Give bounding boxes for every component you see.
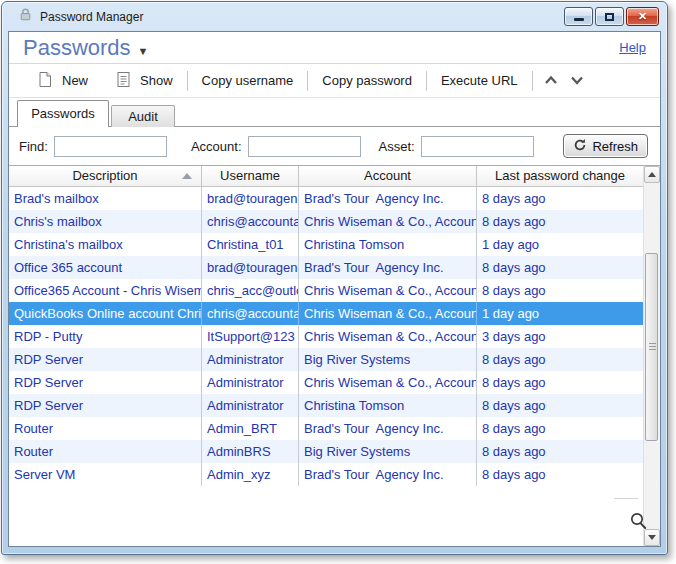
cell-description: Server VM (9, 463, 202, 486)
toolbar: New Show Copy username Copy password (9, 64, 660, 98)
table-row[interactable]: RDP - Putty ItSupport@123 Chris Wiseman … (9, 325, 643, 348)
execute-url-button[interactable]: Execute URL (427, 68, 532, 94)
caret-down-icon[interactable]: ▼ (138, 45, 149, 57)
account-input[interactable] (248, 136, 361, 157)
cell-description: RDP Server (9, 348, 202, 371)
cell-last-password-change: 8 days ago (477, 417, 643, 440)
scroll-up-arrow-icon (648, 172, 656, 177)
scrollbar-thumb[interactable] (645, 253, 658, 441)
cell-account: Chris Wiseman & Co., Account (299, 210, 477, 233)
cell-description: RDP - Putty (9, 325, 202, 348)
table-row[interactable]: Brad's mailbox brad@touragenc Brad's Tou… (9, 187, 643, 210)
table-row[interactable]: RDP Server Administrator Christina Tomso… (9, 394, 643, 417)
table-row[interactable]: RDP Server Administrator Big River Syste… (9, 348, 643, 371)
refresh-button-label: Refresh (592, 139, 638, 154)
find-input[interactable] (54, 136, 167, 157)
cell-account: Chris Wiseman & Co., Account (299, 325, 477, 348)
magnifier-icon[interactable] (629, 511, 648, 534)
cell-last-password-change: 8 days ago (477, 348, 643, 371)
table-row[interactable]: Office 365 account brad@touragenc Brad's… (9, 256, 643, 279)
close-button[interactable]: ✕ (626, 7, 659, 26)
tab-passwords[interactable]: Passwords (17, 100, 109, 127)
page-header: Passwords ▼ Help (9, 32, 660, 64)
new-button-label: New (62, 73, 88, 88)
cell-username: Admin_xyz (202, 463, 299, 486)
cell-last-password-change: 8 days ago (477, 440, 643, 463)
table-header: Description Username Account Last passwo… (9, 166, 643, 187)
table-row[interactable]: QuickBooks Online account Chris chris@ac… (9, 302, 643, 325)
cell-account: Big River Systems (299, 440, 477, 463)
copy-password-button[interactable]: Copy password (308, 68, 426, 94)
cell-account: Christina Tomson (299, 233, 477, 256)
chevron-down-icon[interactable] (569, 72, 585, 90)
column-header-username[interactable]: Username (202, 166, 299, 186)
cell-description: Router (9, 417, 202, 440)
table-row[interactable]: Router AdminBRS Big River Systems 8 days… (9, 440, 643, 463)
scroll-down-arrow-icon (648, 535, 656, 540)
cell-account: Chris Wiseman & Co., Account (299, 302, 477, 325)
close-icon: ✕ (638, 11, 647, 22)
cell-description: Brad's mailbox (9, 187, 202, 210)
table-row[interactable]: Office365 Account - Chris Wisem chris_ac… (9, 279, 643, 302)
cell-username: Administrator (202, 371, 299, 394)
column-header-account[interactable]: Account (299, 166, 477, 186)
cell-username: Administrator (202, 394, 299, 417)
column-header-last-password-change[interactable]: Last password change (477, 166, 643, 186)
copy-username-button[interactable]: Copy username (188, 68, 308, 94)
cell-last-password-change: 1 day ago (477, 302, 643, 325)
cell-last-password-change: 8 days ago (477, 279, 643, 302)
help-link[interactable]: Help (619, 40, 646, 55)
cell-username: Admin_BRT (202, 417, 299, 440)
show-button[interactable]: Show (102, 68, 187, 94)
page-title[interactable]: Passwords (23, 35, 131, 61)
app-window: Password Manager ✕ Passwords ▼ Help N (1, 1, 668, 555)
grid: Description Username Account Last passwo… (9, 166, 643, 546)
cell-username: AdminBRS (202, 440, 299, 463)
filter-bar: Find: Account: Asset: Refresh (9, 127, 660, 165)
chevron-up-icon[interactable] (543, 72, 559, 90)
cell-description: QuickBooks Online account Chris (9, 302, 202, 325)
copy-username-label: Copy username (202, 73, 294, 88)
cell-username: Christina_t01 (202, 233, 299, 256)
table-row[interactable]: Christina's mailbox Christina_t01 Christ… (9, 233, 643, 256)
maximize-button[interactable] (595, 7, 624, 26)
minimize-icon (574, 18, 584, 21)
cell-last-password-change: 8 days ago (477, 187, 643, 210)
minimize-button[interactable] (564, 7, 593, 26)
scroll-up-button[interactable] (644, 166, 660, 183)
cell-account: Christina Tomson (299, 394, 477, 417)
cell-username: brad@touragenc (202, 187, 299, 210)
cell-account: Chris Wiseman & Co., Account (299, 371, 477, 394)
app-content: Passwords ▼ Help New (8, 31, 661, 547)
asset-input[interactable] (421, 136, 534, 157)
execute-url-label: Execute URL (441, 73, 518, 88)
title-bar[interactable]: Password Manager ✕ (8, 2, 661, 31)
cell-account: Big River Systems (299, 348, 477, 371)
table-row[interactable]: Server VM Admin_xyz Brad's Tour Agency I… (9, 463, 643, 486)
sort-ascending-icon (182, 173, 192, 179)
cell-last-password-change: 8 days ago (477, 210, 643, 233)
cell-last-password-change: 3 days ago (477, 325, 643, 348)
cell-description: RDP Server (9, 394, 202, 417)
refresh-button[interactable]: Refresh (563, 134, 648, 158)
lock-icon (18, 7, 33, 26)
cell-description: Router (9, 440, 202, 463)
cell-username: Administrator (202, 348, 299, 371)
table-row[interactable]: RDP Server Administrator Chris Wiseman &… (9, 371, 643, 394)
cell-account: Brad's Tour Agency Inc. (299, 463, 477, 486)
cell-username: chris_acc@outlo (202, 279, 299, 302)
cell-last-password-change: 8 days ago (477, 463, 643, 486)
vertical-scrollbar[interactable] (643, 166, 660, 546)
refresh-icon (573, 138, 587, 155)
table-row[interactable]: Chris's mailbox chris@accountar Chris Wi… (9, 210, 643, 233)
maximize-icon (605, 13, 614, 21)
column-header-description[interactable]: Description (9, 166, 202, 186)
tab-strip: Passwords Audit (9, 98, 660, 127)
tab-audit[interactable]: Audit (111, 105, 175, 127)
table-row[interactable]: Router Admin_BRT Brad's Tour Agency Inc.… (9, 417, 643, 440)
scrollbar-track[interactable] (644, 183, 660, 529)
new-button[interactable]: New (23, 68, 102, 94)
cell-username: chris@accountar (202, 210, 299, 233)
account-label: Account: (191, 139, 242, 154)
window-controls: ✕ (564, 7, 659, 26)
